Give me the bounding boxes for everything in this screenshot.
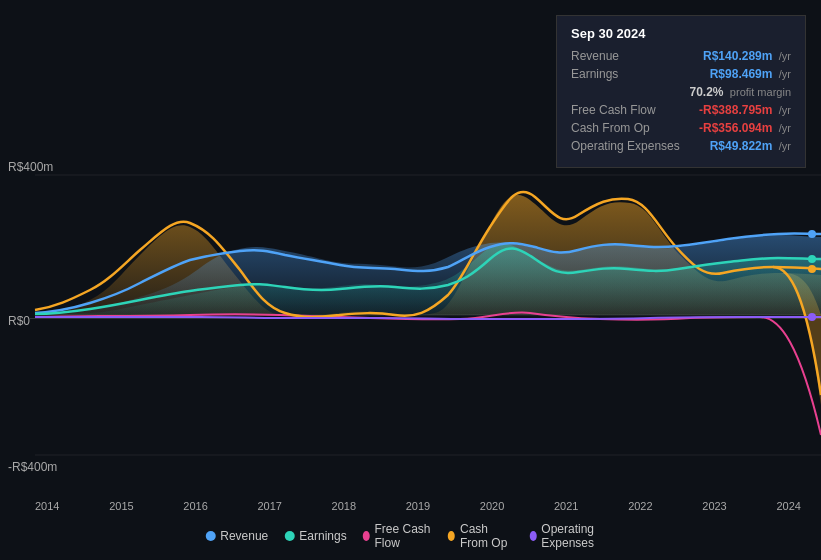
x-label-2017: 2017 — [257, 500, 281, 512]
chart-legend: Revenue Earnings Free Cash Flow Cash Fro… — [205, 522, 616, 550]
legend-dot-opex — [529, 531, 536, 541]
svg-point-5 — [808, 265, 816, 273]
legend-dot-revenue — [205, 531, 215, 541]
tooltip-row-fcf: Free Cash Flow -R$388.795m /yr — [571, 103, 791, 117]
legend-label-cfo: Cash From Op — [460, 522, 514, 550]
tooltip-value-cfo: -R$356.094m — [699, 121, 772, 135]
tooltip-row-revenue: Revenue R$140.289m /yr — [571, 49, 791, 63]
x-label-2019: 2019 — [406, 500, 430, 512]
svg-point-3 — [808, 230, 816, 238]
tooltip-row-earnings: Earnings R$98.469m /yr — [571, 67, 791, 81]
svg-point-6 — [808, 313, 816, 321]
x-label-2023: 2023 — [702, 500, 726, 512]
tooltip-box: Sep 30 2024 Revenue R$140.289m /yr Earni… — [556, 15, 806, 168]
tooltip-unit-fcf: /yr — [779, 104, 791, 116]
tooltip-label-cfo: Cash From Op — [571, 121, 650, 135]
legend-dot-earnings — [284, 531, 294, 541]
tooltip-unit-earnings: /yr — [779, 68, 791, 80]
tooltip-value-opex: R$49.822m — [710, 139, 773, 153]
x-label-2015: 2015 — [109, 500, 133, 512]
legend-label-fcf: Free Cash Flow — [374, 522, 432, 550]
tooltip-row-margin: 70.2% profit margin — [571, 85, 791, 99]
tooltip-unit-margin: profit margin — [730, 86, 791, 98]
chart-container: Sep 30 2024 Revenue R$140.289m /yr Earni… — [0, 0, 821, 560]
tooltip-label-revenue: Revenue — [571, 49, 619, 63]
chart-svg — [0, 155, 821, 475]
tooltip-unit-opex: /yr — [779, 140, 791, 152]
tooltip-value-fcf: -R$388.795m — [699, 103, 772, 117]
x-label-2018: 2018 — [332, 500, 356, 512]
tooltip-value-earnings: R$98.469m — [710, 67, 773, 81]
tooltip-label-opex: Operating Expenses — [571, 139, 680, 153]
legend-item-opex[interactable]: Operating Expenses — [529, 522, 615, 550]
legend-item-earnings[interactable]: Earnings — [284, 529, 346, 543]
tooltip-title: Sep 30 2024 — [571, 26, 791, 41]
x-label-2021: 2021 — [554, 500, 578, 512]
legend-label-opex: Operating Expenses — [541, 522, 615, 550]
tooltip-row-opex: Operating Expenses R$49.822m /yr — [571, 139, 791, 153]
tooltip-value-margin: 70.2% — [689, 85, 723, 99]
legend-item-revenue[interactable]: Revenue — [205, 529, 268, 543]
tooltip-unit-cfo: /yr — [779, 122, 791, 134]
legend-item-cfo[interactable]: Cash From Op — [448, 522, 513, 550]
x-label-2014: 2014 — [35, 500, 59, 512]
tooltip-value-revenue: R$140.289m — [703, 49, 772, 63]
legend-label-revenue: Revenue — [220, 529, 268, 543]
x-label-2022: 2022 — [628, 500, 652, 512]
tooltip-label-earnings: Earnings — [571, 67, 618, 81]
legend-dot-fcf — [363, 531, 370, 541]
tooltip-label-fcf: Free Cash Flow — [571, 103, 656, 117]
svg-point-4 — [808, 255, 816, 263]
tooltip-row-cfo: Cash From Op -R$356.094m /yr — [571, 121, 791, 135]
x-label-2024: 2024 — [776, 500, 800, 512]
tooltip-unit-revenue: /yr — [779, 50, 791, 62]
legend-label-earnings: Earnings — [299, 529, 346, 543]
x-label-2016: 2016 — [183, 500, 207, 512]
legend-item-fcf[interactable]: Free Cash Flow — [363, 522, 433, 550]
x-label-2020: 2020 — [480, 500, 504, 512]
legend-dot-cfo — [448, 531, 455, 541]
